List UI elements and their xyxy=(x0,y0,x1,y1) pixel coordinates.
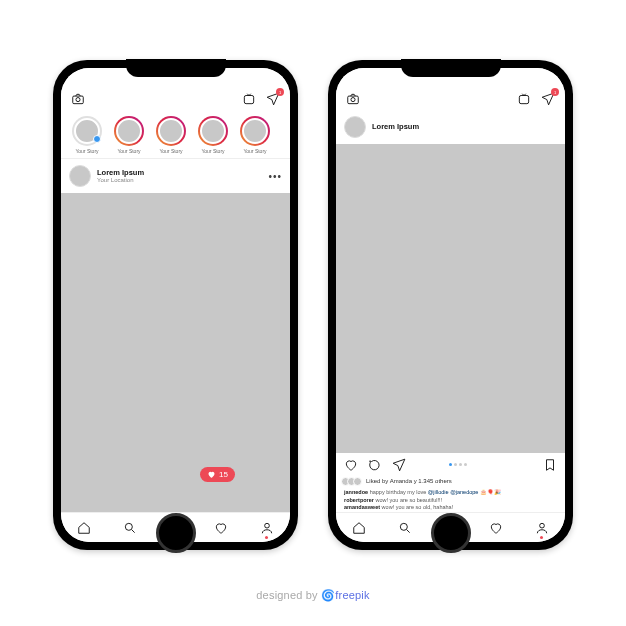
liker-avatars xyxy=(344,477,362,486)
dm-icon[interactable]: 1 xyxy=(266,92,280,106)
more-icon[interactable]: ••• xyxy=(268,171,282,182)
igtv-icon[interactable] xyxy=(242,92,256,106)
story-item-own[interactable]: Your Story xyxy=(69,116,105,154)
post-image[interactable] xyxy=(61,193,290,512)
svg-point-7 xyxy=(351,98,355,102)
notification-dot xyxy=(540,536,543,539)
story-item[interactable]: Your Story xyxy=(111,116,147,154)
share-icon[interactable] xyxy=(392,458,406,472)
svg-point-3 xyxy=(125,523,132,530)
likes-row[interactable]: Liked by Amanda y 1.345 others xyxy=(336,477,565,489)
dm-badge: 1 xyxy=(276,88,284,96)
notification-dot xyxy=(265,536,268,539)
comment-user[interactable]: amandasweet xyxy=(344,504,380,510)
home-button[interactable] xyxy=(156,513,196,553)
igtv-icon[interactable] xyxy=(517,92,531,106)
post-header: Lorem Ipsum xyxy=(336,110,565,144)
home-icon[interactable] xyxy=(77,521,91,535)
notch xyxy=(401,59,501,77)
app-logo xyxy=(409,94,469,104)
story-item[interactable]: Your Story xyxy=(153,116,189,154)
likes-count: 15 xyxy=(219,470,228,479)
post-header: Lorem Ipsum Your Location ••• xyxy=(61,159,290,193)
carousel-dots xyxy=(449,463,467,466)
caption-user[interactable]: jannedoe xyxy=(344,489,368,495)
caption-tags[interactable]: @jillodie @janedope xyxy=(428,489,479,495)
bookmark-icon[interactable] xyxy=(543,458,557,472)
story-label: Your Story xyxy=(117,148,140,154)
app-logo xyxy=(134,94,194,104)
story-label: Your Story xyxy=(243,148,266,154)
post-caption: jannedoe happy birthday my love @jillodi… xyxy=(336,489,565,512)
post-username[interactable]: Lorem Ipsum xyxy=(372,123,419,131)
home-button[interactable] xyxy=(431,513,471,553)
dm-badge: 1 xyxy=(551,88,559,96)
avatar[interactable] xyxy=(344,116,366,138)
post-username[interactable]: Lorem Ipsum xyxy=(97,169,144,177)
comment-text: wow! you are so old, hahaha! xyxy=(382,504,454,510)
svg-rect-2 xyxy=(244,96,253,104)
top-bar: 1 xyxy=(61,88,290,110)
post-actions xyxy=(336,453,565,477)
story-label: Your Story xyxy=(159,148,182,154)
phone-post-detail: 1 Lorem Ipsum xyxy=(328,60,573,550)
add-story-icon[interactable] xyxy=(93,135,101,143)
search-icon[interactable] xyxy=(398,521,412,535)
stories-tray[interactable]: Your Story Your Story Your Story Your St… xyxy=(61,110,290,159)
svg-rect-8 xyxy=(519,96,528,104)
caption-text: happy birthday my love xyxy=(370,489,427,495)
story-label: Your Story xyxy=(75,148,98,154)
top-bar: 1 xyxy=(336,88,565,110)
likes-text: Liked by Amanda y 1.345 others xyxy=(366,478,452,484)
camera-icon[interactable] xyxy=(346,92,360,106)
profile-icon[interactable] xyxy=(260,521,274,535)
story-label: Your Story xyxy=(201,148,224,154)
story-item[interactable]: Your Story xyxy=(237,116,273,154)
post-image[interactable] xyxy=(336,144,565,453)
avatar[interactable] xyxy=(69,165,91,187)
camera-icon[interactable] xyxy=(71,92,85,106)
dm-icon[interactable]: 1 xyxy=(541,92,555,106)
svg-point-11 xyxy=(540,523,545,528)
home-icon[interactable] xyxy=(352,521,366,535)
svg-point-5 xyxy=(265,523,270,528)
comment-icon[interactable] xyxy=(368,458,382,472)
credit-brand: freepik xyxy=(335,589,369,601)
credit-line: designed by 🌀freepik xyxy=(0,589,626,602)
comment-user[interactable]: robertporer xyxy=(344,497,374,503)
likes-bubble: 15 xyxy=(200,467,235,482)
profile-icon[interactable] xyxy=(535,521,549,535)
comment-text: wow! you are so beautiful!!! xyxy=(375,497,442,503)
svg-point-1 xyxy=(76,98,80,102)
heart-icon[interactable] xyxy=(489,521,503,535)
caption-emoji: 🎂🎈🎉 xyxy=(480,489,501,495)
search-icon[interactable] xyxy=(123,521,137,535)
heart-icon[interactable] xyxy=(214,521,228,535)
post-location[interactable]: Your Location xyxy=(97,177,144,184)
heart-icon[interactable] xyxy=(344,458,358,472)
credit-prefix: designed by xyxy=(256,589,321,601)
story-item[interactable]: Your Story xyxy=(195,116,231,154)
svg-point-9 xyxy=(400,523,407,530)
notch xyxy=(126,59,226,77)
phone-feed: 1 Your Story Your Story xyxy=(53,60,298,550)
